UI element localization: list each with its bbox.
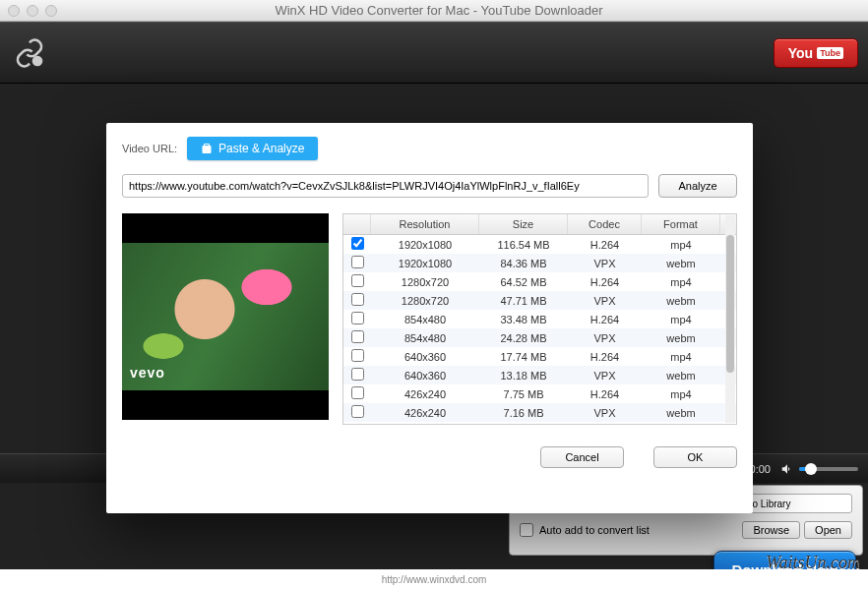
cell-codec: VPX [568, 295, 642, 307]
table-row[interactable]: 640x36013.18 MBVPXwebm [343, 366, 736, 384]
video-url-label: Video URL: [122, 143, 177, 154]
cell-codec: VPX [568, 370, 642, 382]
volume-control[interactable] [780, 462, 858, 476]
table-row[interactable]: 640x36017.74 MBH.264mp4 [343, 347, 736, 366]
video-url-input[interactable] [122, 174, 649, 198]
table-row[interactable]: 854x48024.28 MBVPXwebm [343, 328, 736, 347]
watermark: WaitsUn.com [766, 553, 860, 573]
paste-analyze-button[interactable]: Paste & Analyze [187, 137, 318, 160]
youtube-prefix: You [788, 45, 813, 61]
row-checkbox[interactable] [351, 330, 364, 343]
clipboard-icon [201, 143, 213, 154]
analyze-button[interactable]: Analyze [658, 174, 737, 198]
table-scrollbar[interactable] [725, 215, 735, 423]
cell-format: mp4 [642, 351, 720, 363]
cell-format: webm [642, 295, 720, 307]
auto-add-checkbox[interactable] [520, 523, 533, 537]
auto-add-label: Auto add to convert list [539, 524, 650, 536]
cell-resolution: 1280x720 [371, 276, 479, 288]
cell-resolution: 640x360 [371, 370, 479, 382]
cell-format: mp4 [642, 276, 720, 288]
table-row[interactable]: 1280x72047.71 MBVPXwebm [343, 291, 736, 310]
row-checkbox[interactable] [351, 274, 364, 287]
main-toolbar: + YouTube [0, 22, 868, 84]
table-row[interactable]: 426x2407.16 MBVPXwebm [343, 403, 736, 422]
cell-resolution: 1920x1080 [371, 258, 479, 269]
video-thumbnail: vevo [122, 213, 329, 420]
cell-codec: H.264 [568, 314, 642, 325]
cell-resolution: 1280x720 [371, 295, 479, 307]
col-codec: Codec [568, 214, 642, 234]
cell-size: 47.71 MB [479, 295, 568, 307]
cell-format: mp4 [642, 388, 720, 400]
app-window: WinX HD Video Converter for Mac - YouTub… [0, 0, 868, 589]
cell-codec: H.264 [568, 351, 642, 363]
cell-codec: VPX [568, 407, 642, 419]
cell-size: 84.36 MB [479, 258, 568, 269]
cell-size: 24.28 MB [479, 332, 568, 344]
cell-size: 116.54 MB [479, 239, 568, 251]
cell-format: webm [642, 332, 720, 344]
footer-bar: http://www.winxdvd.com WaitsUn.com [0, 569, 868, 589]
row-checkbox[interactable] [351, 293, 364, 306]
table-row[interactable]: 1280x72064.52 MBH.264mp4 [343, 272, 736, 291]
row-checkbox[interactable] [351, 368, 364, 381]
vevo-watermark: vevo [130, 365, 165, 381]
cell-codec: VPX [568, 258, 642, 269]
cell-format: webm [642, 258, 720, 269]
svg-text:+: + [34, 57, 39, 67]
cell-format: webm [642, 407, 720, 419]
row-checkbox[interactable] [351, 386, 364, 399]
cell-resolution: 854x480 [371, 332, 479, 344]
cell-size: 64.52 MB [479, 276, 568, 288]
volume-icon [780, 462, 794, 476]
ok-button[interactable]: OK [653, 446, 737, 468]
cell-codec: H.264 [568, 239, 642, 251]
cell-size: 17.74 MB [479, 351, 568, 363]
window-titlebar: WinX HD Video Converter for Mac - YouTub… [0, 0, 868, 22]
cancel-button[interactable]: Cancel [540, 446, 624, 468]
link-icon[interactable]: + [10, 33, 49, 73]
window-title: WinX HD Video Converter for Mac - YouTub… [18, 3, 860, 18]
cell-size: 7.75 MB [479, 388, 568, 400]
analyze-modal: Video URL: Paste & Analyze Analyze vevo [106, 123, 753, 513]
col-format: Format [642, 214, 720, 234]
row-checkbox[interactable] [351, 237, 364, 250]
volume-slider[interactable] [799, 467, 858, 471]
cell-resolution: 426x240 [371, 407, 479, 419]
cell-resolution: 426x240 [371, 388, 479, 400]
col-size: Size [479, 214, 568, 234]
youtube-suffix: Tube [817, 47, 843, 59]
table-row[interactable]: 1920x1080116.54 MBH.264mp4 [343, 235, 736, 254]
table-row[interactable]: 1920x108084.36 MBVPXwebm [343, 254, 736, 272]
format-table: Resolution Size Codec Format 1920x108011… [342, 213, 737, 425]
cell-codec: H.264 [568, 388, 642, 400]
row-checkbox[interactable] [351, 312, 364, 324]
cell-size: 13.18 MB [479, 370, 568, 382]
youtube-badge[interactable]: YouTube [774, 38, 858, 68]
cell-codec: VPX [568, 332, 642, 344]
row-checkbox[interactable] [351, 256, 364, 268]
cell-format: mp4 [642, 314, 720, 325]
cell-codec: H.264 [568, 276, 642, 288]
stage: 00:00:00 Target Folder: Auto add to conv… [0, 84, 868, 589]
cell-size: 7.16 MB [479, 407, 568, 419]
footer-url: http://www.winxdvd.com [382, 574, 487, 585]
cell-format: webm [642, 370, 720, 382]
cell-format: mp4 [642, 239, 720, 251]
cell-resolution: 1920x1080 [371, 239, 479, 251]
col-resolution: Resolution [371, 214, 479, 234]
open-button[interactable]: Open [804, 521, 852, 539]
table-row[interactable]: 426x2407.75 MBH.264mp4 [343, 384, 736, 403]
table-row[interactable]: 854x48033.48 MBH.264mp4 [343, 310, 736, 328]
cell-size: 33.48 MB [479, 314, 568, 325]
browse-button[interactable]: Browse [742, 521, 800, 539]
row-checkbox[interactable] [351, 405, 364, 418]
row-checkbox[interactable] [351, 349, 364, 362]
cell-resolution: 640x360 [371, 351, 479, 363]
cell-resolution: 854x480 [371, 314, 479, 325]
